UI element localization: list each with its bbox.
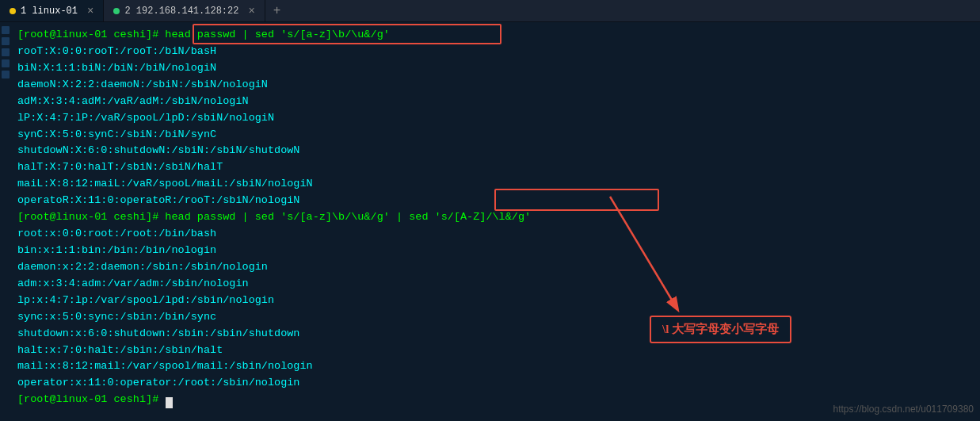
term-line-2: biN:X:1:1:biN:/biN:/biN/nologiN: [17, 60, 974, 77]
tab-label-2: 2 192.168.141.128:22: [124, 6, 238, 17]
term-line-14: daemon:x:2:2:daemon:/sbin:/sbin/nologin: [17, 259, 974, 276]
term-line-17: sync:x:5:0:sync:/sbin:/bin/sync: [17, 309, 974, 326]
tab-close-1[interactable]: ×: [87, 5, 93, 17]
term-line-21: operator:x:11:0:operator:/root:/sbin/nol…: [17, 375, 974, 392]
term-line-4: adM:X:3:4:adM:/vaR/adM:/sbiN/nologiN: [17, 94, 974, 110]
tab-ssh[interactable]: 2 192.168.141.128:22 ×: [104, 0, 265, 21]
watermark: https://blog.csdn.net/u011709380: [833, 404, 974, 415]
sidebar-icon-2: [2, 37, 10, 45]
term-line-0: [root@linux-01 ceshi]# head passwd | sed…: [17, 27, 974, 44]
sidebar-icon-1: [2, 26, 10, 34]
term-line-8: halT:X:7:0:halT:/sbiN:/sbiN/halT: [17, 159, 974, 176]
term-line-20: mail:x:8:12:mail:/var/spool/mail:/sbin/n…: [17, 358, 974, 375]
tab-label-1: 1 linux-01: [21, 6, 78, 17]
terminal[interactable]: [root@linux-01 ceshi]# head passwd | sed…: [11, 22, 980, 421]
term-line-3: daemoN:X:2:2:daemoN:/sbiN:/sbiN/nologiN: [17, 77, 974, 94]
terminal-cursor: [166, 397, 173, 408]
tab-linux-01[interactable]: 1 linux-01 ×: [0, 0, 104, 21]
term-line-6: synC:X:5:0:synC:/sbiN:/biN/synC: [17, 127, 974, 144]
term-line-5: lP:X:4:7:lP:/vaR/spooL/lpD:/sbiN/nologiN: [17, 110, 974, 127]
sidebar-icon-5: [2, 71, 10, 78]
left-sidebar: [0, 22, 11, 421]
term-line-15: adm:x:3:4:adm:/var/adm:/sbin/nologin: [17, 276, 974, 293]
term-line-10: operatoR:X:11:0:operatoR:/rooT:/sbiN/nol…: [17, 193, 974, 209]
tab-add-button[interactable]: +: [265, 0, 289, 21]
tab-bar: 1 linux-01 × 2 192.168.141.128:22 × +: [0, 0, 980, 22]
sidebar-icon-3: [2, 48, 10, 56]
tab-close-2[interactable]: ×: [248, 5, 254, 17]
term-line-16: lp:x:4:7:lp:/var/spool/lpd:/sbin/nologin: [17, 293, 974, 309]
term-line-1: rooT:X:0:0:rooT:/rooT:/biN/basH: [17, 44, 974, 60]
term-line-11: [root@linux-01 ceshi]# head passwd | sed…: [17, 209, 974, 226]
term-line-13: bin:x:1:1:bin:/bin:/bin/nologin: [17, 243, 974, 259]
annotation-chinese: \l 大写字母变小写字母: [650, 316, 791, 343]
term-line-22: [root@linux-01 ceshi]#: [17, 392, 974, 408]
term-line-9: maiL:X:8:12:maiL:/vaR/spooL/maiL:/sbiN/n…: [17, 176, 974, 193]
tab-dot-2: [113, 8, 120, 14]
sidebar-icon-4: [2, 59, 10, 67]
term-line-19: halt:x:7:0:halt:/sbin:/sbin/halt: [17, 343, 974, 359]
term-line-7: shutdowN:X:6:0:shutdowN:/sbiN:/sbiN/shut…: [17, 143, 974, 159]
tab-dot-1: [10, 8, 16, 14]
term-line-12: root:x:0:0:root:/root:/bin/bash: [17, 226, 974, 243]
term-line-18: shutdown:x:6:0:shutdown:/sbin:/sbin/shut…: [17, 326, 974, 343]
chinese-label: \l 大写字母变小写字母: [662, 323, 779, 335]
